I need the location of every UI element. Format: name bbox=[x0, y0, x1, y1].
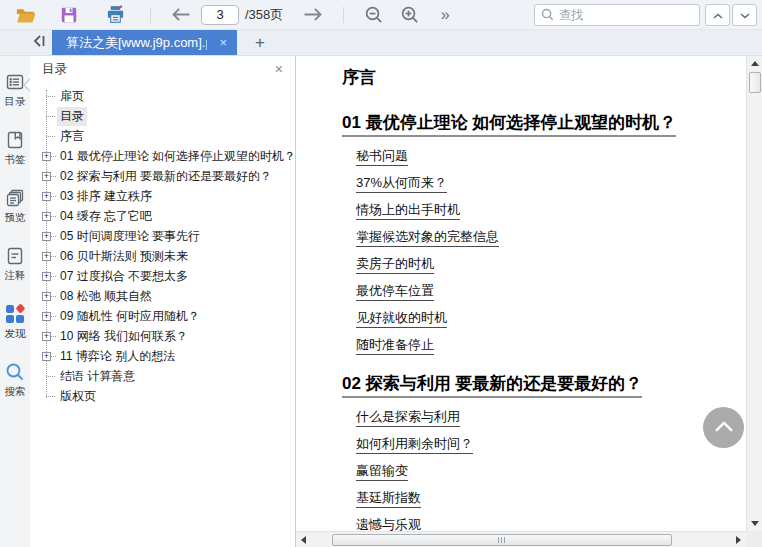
zoom-out-button[interactable] bbox=[360, 2, 386, 28]
toc-item[interactable]: 01 最优停止理论 如何选择停止观望的时机？ bbox=[30, 146, 295, 166]
open-file-button[interactable] bbox=[10, 2, 40, 28]
toc-item[interactable]: 07 过度拟合 不要想太多 bbox=[30, 266, 295, 286]
chevron-left-bar-icon bbox=[32, 34, 46, 51]
page-number-input[interactable] bbox=[201, 5, 239, 25]
toc-item[interactable]: 扉页 bbox=[30, 86, 295, 106]
doc-link[interactable]: 最优停车位置 bbox=[356, 281, 738, 298]
doc-link[interactable]: 情场上的出手时机 bbox=[356, 200, 738, 217]
doc-link[interactable]: 什么是探索与利用 bbox=[356, 407, 738, 424]
left-icon-sidebar: 目录 书签 预览 注释 bbox=[0, 56, 30, 547]
horizontal-scrollbar[interactable] bbox=[296, 531, 746, 547]
expand-icon[interactable] bbox=[42, 272, 51, 281]
back-to-top-button[interactable] bbox=[703, 407, 744, 448]
toc-item[interactable]: 11 博弈论 别人的想法 bbox=[30, 346, 295, 366]
doc-link[interactable]: 随时准备停止 bbox=[356, 335, 738, 352]
sidebar-label: 注释 bbox=[5, 269, 26, 283]
document-view: 序言 01 最优停止理论 如何选择停止观望的时机？ 秘书问题 37%从何而来？ … bbox=[296, 56, 762, 547]
toc-item[interactable]: 09 随机性 何时应用随机？ bbox=[30, 306, 295, 326]
arrow-left-icon bbox=[171, 7, 191, 22]
tab-title: 算法之美[www.j9p.com].pdf bbox=[66, 34, 207, 52]
new-tab-button[interactable] bbox=[247, 30, 273, 55]
expand-icon[interactable] bbox=[42, 232, 51, 241]
find-previous-button[interactable] bbox=[705, 4, 730, 26]
triangle-right-icon bbox=[736, 536, 741, 544]
toc-item[interactable]: 版权页 bbox=[30, 386, 295, 406]
sidebar-label: 预览 bbox=[5, 211, 26, 225]
toc-panel-title: 目录 bbox=[42, 61, 67, 78]
previous-page-button[interactable] bbox=[167, 2, 195, 28]
tab-scroll-left-button[interactable] bbox=[26, 30, 52, 55]
toc-item[interactable]: 06 贝叶斯法则 预测未来 bbox=[30, 246, 295, 266]
expand-icon[interactable] bbox=[42, 172, 51, 181]
sidebar-label: 书签 bbox=[5, 153, 26, 167]
print-button[interactable] bbox=[100, 2, 130, 28]
toolbar: /358页 bbox=[0, 0, 762, 30]
search-icon bbox=[5, 362, 25, 382]
doc-link[interactable]: 赢留输变 bbox=[356, 461, 738, 478]
close-icon[interactable] bbox=[275, 61, 283, 77]
expand-icon[interactable] bbox=[42, 212, 51, 221]
horizontal-scroll-thumb[interactable] bbox=[332, 534, 672, 546]
toc-item[interactable]: 05 时间调度理论 要事先行 bbox=[30, 226, 295, 246]
doc-link[interactable]: 见好就收的时机 bbox=[356, 308, 738, 325]
section-heading[interactable]: 01 最优停止理论 如何选择停止观望的时机？ bbox=[342, 111, 738, 134]
sidebar-item-search[interactable]: 搜索 bbox=[5, 362, 26, 399]
sidebar-item-bookmark[interactable]: 书签 bbox=[5, 130, 26, 167]
expand-icon[interactable] bbox=[42, 312, 51, 321]
bookmark-icon bbox=[5, 130, 25, 150]
document-tab[interactable]: 算法之美[www.j9p.com].pdf bbox=[52, 30, 237, 55]
page-total-label: /358页 bbox=[245, 6, 283, 24]
expand-icon[interactable] bbox=[42, 292, 51, 301]
scroll-up-button[interactable] bbox=[747, 56, 762, 71]
section-heading[interactable]: 02 探索与利用 要最新的还是要最好的？ bbox=[342, 372, 738, 395]
toolbar-divider bbox=[150, 7, 151, 23]
pdf-page: 序言 01 最优停止理论 如何选择停止观望的时机？ 秘书问题 37%从何而来？ … bbox=[296, 56, 746, 531]
next-page-button[interactable] bbox=[299, 2, 327, 28]
expand-icon[interactable] bbox=[42, 152, 51, 161]
scroll-left-button[interactable] bbox=[296, 532, 311, 547]
section-heading: 序言 bbox=[342, 66, 738, 89]
expand-icon[interactable] bbox=[42, 192, 51, 201]
expand-icon[interactable] bbox=[42, 352, 51, 361]
doc-link[interactable]: 遗憾与乐观 bbox=[356, 515, 738, 531]
more-tools-button[interactable] bbox=[434, 2, 456, 28]
find-next-button[interactable] bbox=[732, 4, 757, 26]
save-button[interactable] bbox=[54, 2, 84, 28]
annotation-icon bbox=[5, 246, 25, 266]
sidebar-item-preview[interactable]: 预览 bbox=[5, 188, 26, 225]
doc-link[interactable]: 卖房子的时机 bbox=[356, 254, 738, 271]
doc-link[interactable]: 基廷斯指数 bbox=[356, 488, 738, 505]
expand-icon[interactable] bbox=[42, 252, 51, 261]
find-input[interactable] bbox=[559, 8, 693, 22]
tab-close-icon[interactable] bbox=[219, 35, 227, 50]
doc-link[interactable]: 如何利用剩余时间？ bbox=[356, 434, 738, 451]
toc-item[interactable]: 序言 bbox=[30, 126, 295, 146]
magnifier-minus-icon bbox=[364, 5, 383, 24]
toc-item[interactable]: 03 排序 建立秩序 bbox=[30, 186, 295, 206]
discover-icon bbox=[5, 304, 25, 324]
toc-item[interactable]: 08 松弛 顺其自然 bbox=[30, 286, 295, 306]
triangle-up-icon bbox=[751, 61, 759, 66]
sidebar-label: 目录 bbox=[5, 95, 26, 109]
vertical-scrollbar[interactable] bbox=[746, 56, 762, 531]
preview-icon bbox=[5, 188, 25, 208]
toc-item-selected[interactable]: 目录 bbox=[30, 106, 295, 126]
chevron-down-icon bbox=[740, 7, 750, 22]
expand-icon[interactable] bbox=[42, 332, 51, 341]
toc-item[interactable]: 04 缓存 忘了它吧 bbox=[30, 206, 295, 226]
toc-item[interactable]: 02 探索与利用 要最新的还是要最好的？ bbox=[30, 166, 295, 186]
doc-link[interactable]: 37%从何而来？ bbox=[356, 173, 738, 190]
sidebar-label: 搜索 bbox=[5, 385, 26, 399]
chevron-up-icon bbox=[713, 419, 735, 436]
toolbar-divider bbox=[343, 7, 344, 23]
scroll-down-button[interactable] bbox=[747, 516, 762, 531]
doc-link[interactable]: 掌握候选对象的完整信息 bbox=[356, 227, 738, 244]
toc-item[interactable]: 10 网络 我们如何联系？ bbox=[30, 326, 295, 346]
sidebar-item-annotation[interactable]: 注释 bbox=[5, 246, 26, 283]
doc-link[interactable]: 秘书问题 bbox=[356, 146, 738, 163]
scroll-right-button[interactable] bbox=[731, 532, 746, 547]
toc-item[interactable]: 结语 计算善意 bbox=[30, 366, 295, 386]
vertical-scroll-thumb[interactable] bbox=[749, 72, 761, 93]
zoom-in-button[interactable] bbox=[396, 2, 422, 28]
sidebar-item-discover[interactable]: 发现 bbox=[5, 304, 26, 341]
